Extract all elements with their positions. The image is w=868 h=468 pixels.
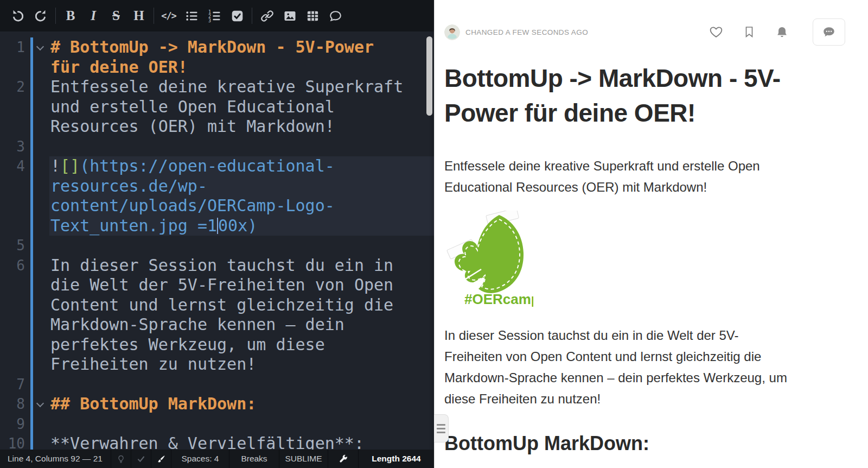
notification-bell-icon[interactable] [775, 26, 789, 39]
bold-button[interactable]: B [59, 4, 82, 28]
editor-line[interactable]: Content und lernst gleichzeitig die [0, 295, 434, 315]
code-token: perfektes Werkzeug, um diese [50, 335, 325, 354]
code-icon: </> [161, 10, 176, 21]
gutter-gap [25, 394, 30, 414]
sublime-status[interactable]: SUBLIME [279, 450, 328, 468]
editor-line[interactable]: 8## BottomUp MarkDown: [0, 394, 434, 414]
editor-line[interactable]: und erstelle Open Educational [0, 97, 434, 117]
heading-button[interactable]: H [127, 4, 150, 28]
editor-line[interactable]: resources.de/wp- [0, 176, 434, 197]
preview-header: CHANGED A FEW SECONDS AGO [444, 24, 857, 40]
redo-button[interactable] [29, 4, 52, 28]
ordered-list-button[interactable]: 123 [203, 4, 226, 28]
editor-line[interactable]: Freiheiten zu nutzen! [0, 355, 434, 375]
gutter-gap [25, 117, 30, 137]
italic-button[interactable]: I [82, 4, 105, 28]
code-token: für deine OER! [50, 58, 188, 77]
gutter-gap [25, 137, 30, 157]
line-number [0, 58, 25, 78]
wrench-icon[interactable] [328, 450, 359, 468]
strikethrough-button[interactable]: S [105, 4, 127, 28]
link-button[interactable] [256, 4, 278, 28]
editor-line[interactable]: Markdown-Sprache kennen – dein [0, 315, 434, 335]
gutter-gap [25, 37, 30, 58]
image-button[interactable] [278, 4, 301, 28]
editor-line[interactable]: die Welt der 5V-Freiheiten von Open [0, 275, 434, 295]
editor-pane: BISH</>123 1# BottomUp -> MarkDown - 5V-… [0, 0, 434, 468]
editor-line[interactable]: perfektes Werkzeug, um diese [0, 335, 434, 355]
code-token: [] [60, 156, 80, 175]
oercamp-logo-image: #OERcamp [446, 211, 533, 311]
comment-icon [329, 9, 342, 23]
editor-line[interactable]: 6In dieser Session tauchst du ein in [0, 256, 434, 276]
editor-toolbar: BISH</>123 [0, 0, 434, 31]
fold-gutter [33, 434, 49, 450]
code-token: Entfessele deine kreative Superkraft [50, 77, 403, 96]
fold-gutter [33, 335, 49, 355]
unordered-list-icon [185, 9, 199, 23]
undo-button[interactable] [7, 4, 29, 28]
bookmark-icon[interactable] [743, 26, 756, 39]
code-text [49, 236, 434, 256]
toolbar-separator [154, 8, 154, 24]
editor-line[interactable]: 4![](https://open-educational- [0, 156, 434, 176]
code-button[interactable]: </> [157, 4, 180, 28]
line-number [0, 315, 25, 335]
comments-button[interactable] [813, 18, 845, 46]
pane-resize-handle[interactable] [434, 414, 449, 442]
fold-gutter [33, 414, 49, 434]
line-number [0, 295, 25, 315]
line-number [0, 176, 25, 197]
code-text: # BottomUp -> MarkDown - 5V-Power [49, 37, 434, 58]
editor-line[interactable]: Text_unten.jpg =100x) [0, 216, 434, 236]
code-editor[interactable]: 1# BottomUp -> MarkDown - 5V-Powerfür de… [0, 31, 434, 450]
gutter-gap [25, 355, 30, 375]
editor-line[interactable]: 7 [0, 375, 434, 395]
avatar[interactable] [444, 24, 460, 40]
check-icon[interactable] [131, 450, 151, 468]
fold-gutter [33, 137, 49, 157]
document-title: BottomUp -> MarkDown - 5V-Power für dein… [444, 61, 802, 130]
table-icon [306, 9, 320, 23]
table-button[interactable] [301, 4, 324, 28]
like-heart-icon[interactable] [709, 25, 723, 39]
bold-icon: B [66, 8, 75, 23]
code-text: Text_unten.jpg =100x) [49, 216, 434, 236]
editor-line[interactable]: content/uploads/OERCamp-Logo- [0, 196, 434, 216]
editor-scrollbar[interactable] [426, 36, 432, 116]
spaces-4-status[interactable]: Spaces: 4 [171, 450, 229, 468]
breaks-status[interactable]: Breaks [229, 450, 279, 468]
fold-gutter [33, 97, 49, 117]
gutter-gap [25, 216, 30, 236]
italic-icon: I [91, 8, 96, 23]
heading-icon: H [133, 8, 144, 23]
editor-line[interactable]: 2Entfessele deine kreative Superkraft [0, 77, 434, 97]
code-text [49, 414, 434, 434]
bulb-icon[interactable] [111, 450, 131, 468]
code-token: (https://open-educational- [80, 156, 335, 175]
editor-line[interactable]: Resources (OER) mit Markdown! [0, 117, 434, 137]
comment-button[interactable] [324, 4, 347, 28]
checklist-button[interactable] [226, 4, 248, 28]
editor-line[interactable]: 10**Verwahren & Vervielfältigen**: [0, 434, 434, 450]
fold-gutter [33, 117, 49, 137]
editor-line[interactable]: für deine OER! [0, 58, 434, 78]
code-text: resources.de/wp- [49, 176, 434, 197]
gutter-gap [25, 156, 30, 176]
code-token: content/uploads/OERCamp-Logo- [50, 196, 335, 215]
editor-line[interactable]: 5 [0, 236, 434, 256]
cursor-position-status: Line 4, Columns 92 — 21 [0, 450, 111, 468]
editor-line[interactable]: 9 [0, 414, 434, 434]
editor-line[interactable]: 1# BottomUp -> MarkDown - 5V-Power [0, 37, 434, 58]
code-token: Resources (OER) mit Markdown! [50, 117, 335, 136]
fold-chevron-icon[interactable] [33, 394, 49, 414]
unordered-list-button[interactable] [180, 4, 203, 28]
brush-icon[interactable] [151, 450, 171, 468]
line-number [0, 97, 25, 117]
section-heading: BottomUp MarkDown: [444, 432, 857, 455]
preview-actions [709, 18, 845, 46]
editor-line[interactable]: 3 [0, 137, 434, 157]
fold-chevron-icon[interactable] [33, 37, 49, 58]
fold-gutter [33, 216, 49, 236]
code-text: ![](https://open-educational- [49, 156, 434, 176]
